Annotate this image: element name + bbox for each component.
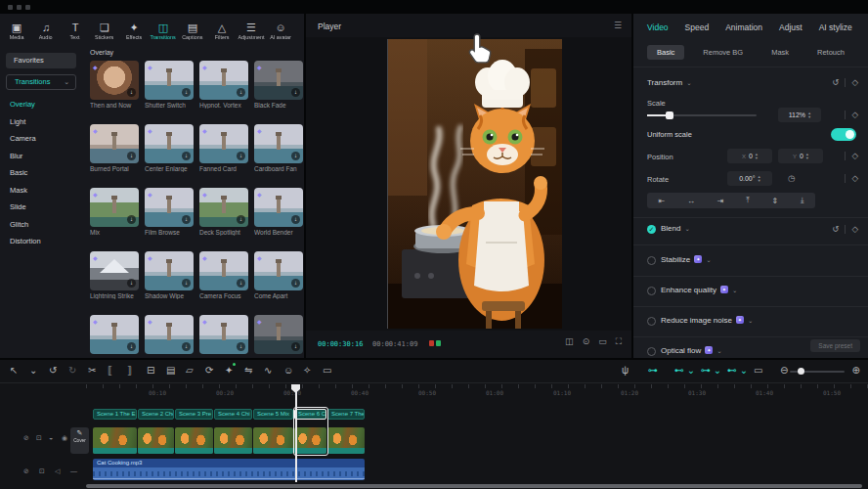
subtab-mask[interactable]: Mask	[761, 45, 799, 60]
lock-track-icon[interactable]: ⊡	[36, 434, 42, 442]
mirror-icon[interactable]: ⇋	[244, 365, 252, 376]
nav-item-ai-avatar[interactable]: ☺AI avatar	[266, 22, 295, 40]
split-icon[interactable]: ✂	[88, 365, 96, 376]
transition-card-world-bender[interactable]: ◆↓World Bender	[254, 188, 303, 236]
tab-speed[interactable]: Speed	[685, 22, 710, 32]
rotate-input[interactable]: 0.00° ▴▾	[727, 171, 772, 186]
sidebar-item-basic[interactable]: Basic	[10, 168, 27, 177]
transition-card[interactable]: ◆↓	[90, 315, 139, 354]
snap-toggle-icon[interactable]: ⊷ ⌄	[727, 365, 748, 376]
undo-icon[interactable]: ↺	[49, 365, 57, 376]
transition-card-shadow-wipe[interactable]: ◆↓Shadow Wipe	[145, 251, 194, 299]
tab-ai-stylize[interactable]: AI stylize	[819, 22, 852, 32]
transition-card-lightning-strike[interactable]: ◆↓Lightning Strike	[90, 251, 139, 299]
transition-card-shutter-switch[interactable]: ◆↓Shutter Switch	[145, 61, 194, 109]
checkbox-enhance-quality[interactable]	[647, 287, 656, 295]
quality-icon[interactable]: ▭	[598, 336, 607, 347]
nav-item-filters[interactable]: △Filters	[207, 22, 237, 40]
window-control-icon[interactable]	[25, 5, 30, 10]
nav-item-captions[interactable]: ▤Captions	[178, 22, 207, 40]
fullscreen-icon[interactable]: ⛶	[616, 336, 622, 347]
video-clip-scene-3[interactable]	[175, 427, 213, 454]
text-clip-scene-2[interactable]: Scene 2 Che	[138, 409, 174, 420]
align-right-icon[interactable]: ⇥	[717, 197, 724, 205]
video-preview[interactable]	[387, 39, 561, 329]
playhead[interactable]	[295, 384, 297, 482]
view-options-icon[interactable]: ▭	[754, 365, 762, 376]
subtab-remove-bg[interactable]: Remove BG	[693, 45, 753, 60]
preview-toggle-icon[interactable]: ⊶ ⌄	[701, 365, 721, 376]
download-icon[interactable]: ↓	[237, 88, 245, 97]
download-icon[interactable]: ↓	[127, 215, 136, 224]
crop-icon[interactable]: ▱	[186, 365, 194, 376]
window-control-icon[interactable]	[8, 5, 13, 10]
download-icon[interactable]: ↓	[182, 342, 191, 351]
download-icon[interactable]: ↓	[291, 152, 300, 160]
window-control-icon[interactable]	[17, 5, 22, 10]
text-clip-scene-1[interactable]: Scene 1 The E	[93, 409, 137, 420]
more-track-icon[interactable]: —	[70, 467, 77, 474]
delete-icon[interactable]: ⊟	[147, 365, 154, 376]
tab-adjust[interactable]: Adjust	[779, 22, 803, 32]
checkbox-optical-flow[interactable]	[647, 347, 656, 356]
checkbox-reduce-image-noise[interactable]	[647, 317, 656, 326]
stepper-icon[interactable]: ▴▾	[806, 153, 808, 160]
download-icon[interactable]: ↓	[127, 342, 136, 351]
download-icon[interactable]: ↓	[182, 152, 191, 160]
uniform-scale-toggle[interactable]	[831, 128, 856, 141]
video-clip-scene-5[interactable]	[253, 427, 293, 454]
download-icon[interactable]: ↓	[237, 152, 245, 160]
auto-cut-toggle-icon[interactable]: ⊶	[648, 365, 658, 376]
transitions-dropdown[interactable]: Transitions ⌄	[6, 74, 76, 90]
subtab-basic[interactable]: Basic	[647, 45, 684, 60]
tab-animation[interactable]: Animation	[725, 22, 762, 32]
text-clip-scene-3[interactable]: Scene 3 Pre	[175, 409, 213, 420]
transition-card-then-and-now[interactable]: ◆↓Then and Now	[90, 61, 139, 109]
video-clip-scene-4[interactable]	[214, 427, 252, 454]
zoom-slider-thumb[interactable]	[798, 368, 804, 375]
transition-card[interactable]: ◆↓	[199, 315, 248, 354]
nav-item-text[interactable]: TText	[61, 22, 90, 40]
trim-left-icon[interactable]: ⟦	[108, 365, 112, 376]
effect-wand-icon[interactable]: ✧	[303, 365, 311, 376]
transition-card-mix[interactable]: ◆↓Mix	[90, 188, 139, 236]
video-clip-scene-7[interactable]	[327, 427, 365, 454]
lock-track-icon[interactable]: ⊡	[39, 467, 45, 475]
keyframe-icon[interactable]: ◇	[851, 224, 858, 234]
nav-item-media[interactable]: ▣Media	[2, 22, 31, 40]
zoom-in-icon[interactable]: ⊕	[852, 365, 860, 376]
transition-card-cardboard-fan[interactable]: ◆↓Cardboard Fan	[254, 124, 303, 172]
download-icon[interactable]: ↓	[127, 279, 136, 288]
nav-item-stickers[interactable]: ❏Stickers	[90, 22, 119, 40]
smart-tool-icon[interactable]: ✦	[225, 365, 233, 376]
sidebar-item-blur[interactable]: Blur	[10, 152, 22, 160]
download-icon[interactable]: ↓	[291, 279, 300, 288]
scale-value-input[interactable]: 112% ▴▾	[778, 108, 821, 122]
align-center-h-icon[interactable]: ↔	[687, 197, 695, 205]
nav-item-effects[interactable]: ✦Effects	[119, 22, 149, 40]
audio-clip[interactable]: Cat Cooking.mp3	[93, 459, 365, 480]
align-middle-icon[interactable]: ⇕	[772, 197, 779, 205]
scale-slider[interactable]	[647, 114, 757, 116]
video-clip-scene-1[interactable]	[93, 427, 137, 454]
tab-video[interactable]: Video	[647, 22, 669, 32]
scale-slider-thumb[interactable]	[666, 111, 673, 119]
download-icon[interactable]: ↓	[291, 215, 300, 224]
download-icon[interactable]: ↓	[182, 215, 191, 224]
preview-canvas[interactable]	[306, 37, 631, 331]
redo-icon[interactable]: ↻	[68, 365, 76, 376]
reset-icon[interactable]: ↺	[832, 77, 839, 87]
keyframe-icon[interactable]: ◇	[851, 151, 858, 160]
video-clip-scene-6[interactable]	[294, 427, 326, 454]
text-clip-scene-4[interactable]: Scene 4 Chi	[214, 409, 252, 420]
player-menu-icon[interactable]: ☰	[614, 21, 622, 30]
transition-card-come-apart[interactable]: ◆↓Come Apart	[254, 251, 303, 299]
nav-item-audio[interactable]: ♫Audio	[31, 22, 61, 40]
align-bottom-icon[interactable]: ⤓	[801, 196, 804, 205]
position-y-input[interactable]: Y 0 ▴▾	[778, 149, 823, 163]
sidebar-item-glitch[interactable]: Glitch	[10, 220, 28, 229]
timeline-zoom-slider[interactable]	[790, 371, 845, 373]
transition-card-deck-spotlight[interactable]: ◆↓Deck Spotlight	[199, 188, 248, 236]
sidebar-item-light[interactable]: Light	[10, 117, 25, 126]
download-icon[interactable]: ↓	[182, 88, 191, 97]
